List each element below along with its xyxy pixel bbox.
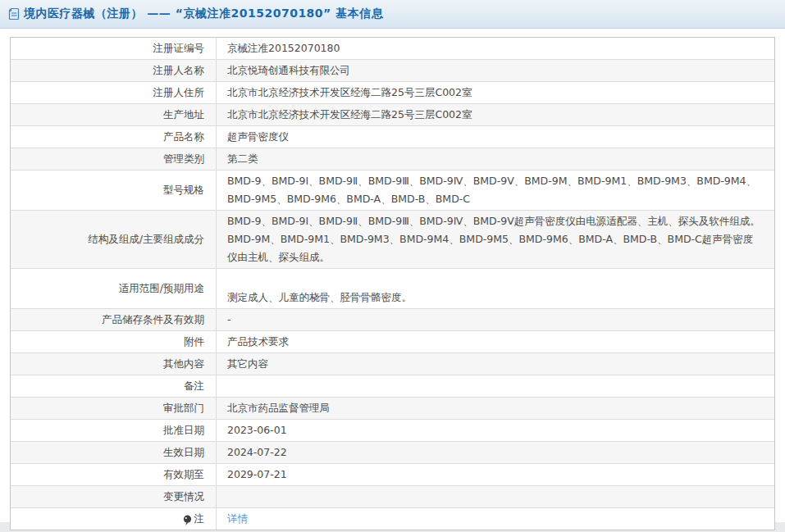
table-row: 产品储存条件及有效期- bbox=[11, 309, 774, 331]
row-label-text: 注册证编号 bbox=[153, 39, 205, 57]
table-row: 管理类别第二类 bbox=[11, 148, 774, 171]
row-value-text: 北京市北京经济技术开发区经海二路25号三层C002室 bbox=[227, 106, 472, 124]
row-value: - bbox=[217, 309, 774, 330]
row-label: 附件 bbox=[11, 331, 217, 352]
content-area: 注册证编号京械注准20152070180注册人名称北京悦琦创通科技有限公司注册人… bbox=[0, 29, 785, 522]
row-label: 管理类别 bbox=[11, 148, 217, 170]
row-value: 第二类 bbox=[217, 148, 774, 170]
row-label: 注册人名称 bbox=[11, 60, 217, 81]
row-value: 其它内容 bbox=[217, 353, 774, 375]
row-value: 详情 bbox=[217, 508, 774, 530]
row-value: 北京悦琦创通科技有限公司 bbox=[217, 60, 774, 81]
row-label: 审批部门 bbox=[11, 398, 217, 419]
row-label: 注册人住所 bbox=[11, 82, 217, 103]
row-value: 北京市药品监督管理局 bbox=[217, 398, 774, 419]
row-value: 2024-07-22 bbox=[217, 442, 774, 463]
document-icon bbox=[8, 7, 20, 20]
page-title-prefix: 境内医疗器械（注册） —— bbox=[24, 7, 176, 20]
table-row: 备注 bbox=[11, 375, 774, 398]
row-label-text: 备注 bbox=[184, 377, 204, 395]
row-label: 其他内容 bbox=[11, 353, 217, 375]
table-row: 审批部门北京市药品监督管理局 bbox=[11, 398, 774, 420]
row-value: 北京市北京经济技术开发区经海二路25号三层C002室 bbox=[217, 82, 774, 103]
row-value bbox=[217, 486, 774, 507]
row-label: 型号规格 bbox=[11, 171, 217, 210]
table-row: 注详情 bbox=[11, 508, 774, 530]
table-row: 其他内容其它内容 bbox=[11, 353, 774, 375]
table-row: 生产地址北京市北京经济技术开发区经海二路25号三层C002室 bbox=[11, 104, 774, 126]
row-label-text: 其他内容 bbox=[163, 355, 204, 373]
row-label: 生效日期 bbox=[11, 442, 217, 463]
row-label: 注 bbox=[11, 508, 217, 530]
row-value-text: 北京市药品监督管理局 bbox=[227, 399, 330, 417]
note-icon bbox=[183, 515, 192, 526]
row-label: 产品名称 bbox=[11, 126, 217, 148]
details-link[interactable]: 详情 bbox=[227, 510, 248, 528]
table-row: 结构及组成/主要组成成分BMD-9、BMD-9Ⅰ、BMD-9Ⅱ、BMD-9Ⅲ、B… bbox=[11, 211, 774, 269]
row-value-text: 2029-07-21 bbox=[227, 466, 287, 484]
row-label-text: 产品名称 bbox=[163, 128, 204, 146]
table-row: 注册人住所北京市北京经济技术开发区经海二路25号三层C002室 bbox=[11, 82, 774, 104]
row-label-text: 注册人名称 bbox=[153, 61, 205, 80]
row-value: 测定成人、儿童的桡骨、胫骨骨骼密度。 bbox=[217, 269, 774, 308]
row-label: 适用范围/预期用途 bbox=[11, 269, 217, 308]
row-label: 批准日期 bbox=[11, 420, 217, 441]
row-label-text: 批准日期 bbox=[163, 421, 204, 439]
table-row: 变更情况 bbox=[11, 486, 774, 508]
row-value: 2029-07-21 bbox=[217, 464, 774, 485]
row-value-text: BMD-9、BMD-9Ⅰ、BMD-9Ⅱ、BMD-9Ⅲ、BMD-9Ⅳ、BMD-9Ⅴ… bbox=[227, 212, 763, 266]
row-label-text: 产品储存条件及有效期 bbox=[102, 311, 204, 329]
row-value-text: 其它内容 bbox=[227, 355, 268, 373]
page-title-suffix: 基本信息 bbox=[331, 7, 383, 20]
row-label-text: 生效日期 bbox=[163, 443, 204, 462]
table-row: 型号规格BMD-9、BMD-9Ⅰ、BMD-9Ⅱ、BMD-9Ⅲ、BMD-9Ⅳ、BM… bbox=[11, 171, 774, 211]
row-label-text: 适用范围/预期用途 bbox=[119, 280, 204, 298]
row-label-text: 型号规格 bbox=[163, 181, 204, 199]
page-title: 境内医疗器械（注册） —— “京械注准20152070180” 基本信息 bbox=[24, 7, 383, 21]
row-value-text: 北京悦琦创通科技有限公司 bbox=[227, 61, 350, 80]
row-label-text: 管理类别 bbox=[163, 150, 204, 168]
registration-info-table: 注册证编号京械注准20152070180注册人名称北京悦琦创通科技有限公司注册人… bbox=[10, 37, 775, 530]
row-label: 结构及组成/主要组成成分 bbox=[11, 211, 217, 268]
row-label: 生产地址 bbox=[11, 104, 217, 125]
row-value: BMD-9、BMD-9Ⅰ、BMD-9Ⅱ、BMD-9Ⅲ、BMD-9Ⅳ、BMD-9Ⅴ… bbox=[217, 211, 774, 268]
row-value bbox=[217, 375, 774, 397]
row-value-text: 北京市北京经济技术开发区经海二路25号三层C002室 bbox=[227, 84, 472, 102]
table-row: 产品名称超声骨密度仪 bbox=[11, 126, 774, 148]
row-label: 注册证编号 bbox=[11, 38, 217, 59]
row-label: 有效期至 bbox=[11, 464, 217, 485]
row-label-text: 注 bbox=[194, 510, 205, 528]
row-value: 2023-06-01 bbox=[217, 420, 774, 441]
row-label: 备注 bbox=[11, 375, 217, 397]
row-value: 北京市北京经济技术开发区经海二路25号三层C002室 bbox=[217, 104, 774, 125]
row-value-text: 2024-07-22 bbox=[227, 443, 287, 462]
registration-number: “京械注准20152070180” bbox=[176, 7, 331, 20]
table-row: 生效日期2024-07-22 bbox=[11, 442, 774, 464]
row-value-text: 第二类 bbox=[227, 150, 258, 168]
row-value-text: 京械注准20152070180 bbox=[227, 39, 340, 57]
row-value-text: 2023-06-01 bbox=[227, 421, 287, 439]
row-label-text: 附件 bbox=[184, 333, 204, 351]
table-row: 适用范围/预期用途 测定成人、儿童的桡骨、胫骨骨骼密度。 bbox=[11, 269, 774, 309]
row-label-text: 审批部门 bbox=[163, 399, 204, 417]
page-header: 境内医疗器械（注册） —— “京械注准20152070180” 基本信息 bbox=[0, 0, 785, 29]
row-value-text: 产品技术要求 bbox=[227, 333, 289, 351]
row-label-text: 生产地址 bbox=[163, 106, 204, 124]
table-row: 注册人名称北京悦琦创通科技有限公司 bbox=[11, 60, 774, 82]
row-value: BMD-9、BMD-9Ⅰ、BMD-9Ⅱ、BMD-9Ⅲ、BMD-9Ⅳ、BMD-9Ⅴ… bbox=[217, 171, 774, 210]
table-row: 注册证编号京械注准20152070180 bbox=[11, 38, 774, 60]
row-value-text: BMD-9、BMD-9Ⅰ、BMD-9Ⅱ、BMD-9Ⅲ、BMD-9Ⅳ、BMD-9Ⅴ… bbox=[227, 172, 763, 208]
row-value-text: - bbox=[227, 311, 231, 329]
table-row: 有效期至2029-07-21 bbox=[11, 464, 774, 486]
row-value-text: 测定成人、儿童的桡骨、胫骨骨骼密度。 bbox=[227, 271, 412, 307]
row-value-text: 超声骨密度仪 bbox=[227, 128, 289, 146]
row-label-text: 变更情况 bbox=[163, 488, 204, 506]
row-value: 京械注准20152070180 bbox=[217, 38, 774, 59]
row-label: 产品储存条件及有效期 bbox=[11, 309, 217, 330]
row-label: 变更情况 bbox=[11, 486, 217, 507]
row-label-text: 注册人住所 bbox=[153, 84, 205, 102]
row-value: 产品技术要求 bbox=[217, 331, 774, 352]
row-label-text: 有效期至 bbox=[163, 466, 204, 484]
row-value: 超声骨密度仪 bbox=[217, 126, 774, 148]
table-row: 附件产品技术要求 bbox=[11, 331, 774, 353]
